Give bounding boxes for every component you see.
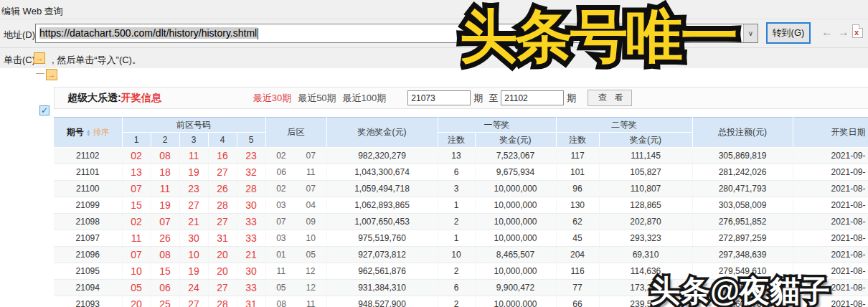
front-number-1: 11 (122, 230, 151, 247)
second-prize-cell: 114,636 (599, 263, 692, 280)
pool-prize-cell: 1,043,300,674 (326, 164, 438, 181)
sort-arrows-icon[interactable]: ▲▼ (86, 129, 91, 136)
sort-link[interactable]: 排序 (93, 127, 109, 138)
front-number-4: 26 (208, 181, 237, 197)
table-row: 21093 20 25 27 28 31 0811 948,527,900 2 … (54, 296, 868, 307)
col-header-total: 总投注额(元) (692, 118, 793, 148)
back-number-2: 07 (306, 184, 316, 194)
draw-date-cell: 2021-08- (793, 247, 868, 263)
link-recent-30[interactable]: 最近30期 (253, 92, 291, 105)
from-period-input[interactable] (407, 90, 471, 105)
first-prize-cell: 9,900,472 (475, 280, 556, 296)
back-arrow-icon[interactable]: ← (821, 26, 833, 39)
front-number-4: 16 (208, 148, 237, 164)
front-number-2: 18 (151, 164, 179, 181)
col-header-first-prize: 奖金(元) (475, 133, 556, 148)
back-number-1: 08 (277, 299, 286, 307)
first-prize-cell: 10,000,000 (475, 181, 556, 197)
front-number-5: 32 (237, 164, 265, 181)
first-count-cell: 6 (438, 164, 475, 181)
draw-date-cell: 2021-08- (793, 280, 868, 296)
back-number-2: 12 (306, 283, 316, 293)
second-count-cell: 45 (556, 230, 599, 247)
table-selected-checkbox[interactable]: ✓ (39, 105, 49, 115)
back-numbers-cell: 0709 (265, 214, 326, 230)
table-row: 21096 07 08 10 20 21 0105 927,073,812 10… (54, 247, 868, 263)
col-header-period: 期号 ▲▼ 排序 (54, 118, 122, 148)
second-prize-cell: 173,225 (599, 280, 692, 296)
first-count-cell: 6 (438, 280, 475, 296)
front-number-2: 15 (151, 263, 179, 280)
front-number-3: 21 (179, 214, 208, 230)
pool-prize-cell: 948,527,900 (326, 296, 438, 307)
back-number-1: 11 (277, 266, 286, 276)
draw-date-cell: 2021-08- (793, 197, 868, 214)
table-row: 21095 10 15 19 20 30 1112 962,561,876 2 … (54, 263, 868, 280)
results-tbody: 21102 02 08 11 16 23 0207 982,320,279 13… (54, 148, 868, 307)
second-count-cell: 96 (556, 181, 599, 197)
address-input[interactable]: https://datachart.500.com/dlt/history/hi… (35, 24, 758, 43)
front-number-3: 24 (179, 280, 208, 296)
col-header-front-4: 4 (208, 133, 237, 148)
total-bets-cell: 280,471,793 (692, 181, 793, 197)
col-header-second-group: 二等奖 (556, 118, 692, 133)
table-select-arrow-icon[interactable]: → (46, 69, 57, 80)
front-number-4: 20 (208, 263, 237, 280)
dialog-chrome: 编辑 Web 查询 地址(D): https://datachart.500.c… (0, 0, 868, 68)
dialog-title: 编辑 Web 查询 (1, 5, 63, 18)
front-number-4: 20 (208, 247, 237, 263)
back-numbers-cell: 0105 (265, 247, 326, 263)
col-header-back: 后区 (265, 118, 326, 148)
to-period-input[interactable] (501, 90, 564, 105)
back-number-2: 11 (306, 299, 315, 307)
draw-date-cell: 2021-08- (793, 181, 868, 197)
first-prize-cell: 10,000,000 (475, 296, 556, 307)
front-number-2: 08 (151, 247, 179, 263)
back-numbers-cell: 0811 (265, 296, 326, 307)
front-number-2: 11 (151, 181, 179, 197)
link-recent-100[interactable]: 最近100期 (343, 92, 387, 105)
draw-date-cell: 2021-08- (793, 296, 868, 307)
second-prize-cell: 111,145 (599, 148, 692, 164)
search-button[interactable]: 查 看 (588, 90, 632, 106)
col-header-date: 开奖日期 (793, 118, 868, 148)
total-bets-cell: 297,348,639 (692, 247, 793, 263)
front-number-5: 33 (237, 230, 265, 247)
pool-prize-cell: 1,059,494,718 (326, 181, 438, 197)
col-header-front-1: 1 (122, 133, 151, 148)
forward-arrow-icon[interactable]: → (838, 26, 849, 39)
pool-prize-cell: 962,561,876 (326, 263, 438, 280)
second-prize-cell: 293,323 (599, 230, 692, 247)
front-number-5: 33 (237, 280, 265, 296)
front-number-5: 30 (237, 197, 265, 214)
back-number-2: 09 (306, 217, 316, 227)
pool-prize-cell: 927,073,812 (326, 247, 438, 263)
first-prize-cell: 10,000,000 (475, 263, 556, 280)
link-recent-50[interactable]: 最近50期 (298, 92, 336, 105)
first-prize-cell: 8,465,507 (475, 247, 556, 263)
table-row: 21097 11 26 30 31 33 0310 975,519,760 1 … (54, 230, 868, 247)
total-bets-cell: 305,869,819 (692, 148, 793, 164)
pool-prize-cell: 1,007,650,453 (326, 214, 438, 230)
col-header-first-group: 一等奖 (438, 118, 556, 133)
col-header-second-prize: 奖金(元) (599, 133, 692, 148)
period-cell: 21098 (54, 214, 122, 230)
front-number-2: 06 (151, 280, 179, 296)
first-prize-cell: 7,523,067 (475, 148, 556, 164)
page-title-sub: 开奖信息 (121, 92, 161, 105)
table-row: 21099 15 19 27 28 30 0304 1,062,893,865 … (54, 197, 868, 214)
first-count-cell: 1 (438, 230, 475, 247)
address-dropdown-button[interactable]: ∨ (743, 24, 758, 42)
instruction-prefix: 单击(C) (4, 54, 35, 67)
draw-date-cell: 2021-09- (793, 164, 868, 181)
period-header-label: 期号 (67, 126, 84, 138)
period-cell: 21100 (54, 181, 122, 197)
second-count-cell: 204 (556, 247, 599, 263)
second-prize-cell: 239,598 (599, 296, 692, 307)
front-number-5: 21 (237, 247, 265, 263)
address-text: https://datachart.500.com/dlt/history/hi… (36, 27, 743, 39)
back-number-1: 05 (276, 283, 286, 293)
stop-page-icon[interactable] (852, 24, 863, 38)
draw-date-cell: 2021-08- (793, 263, 868, 280)
go-button[interactable]: 转到(G) (766, 22, 811, 44)
